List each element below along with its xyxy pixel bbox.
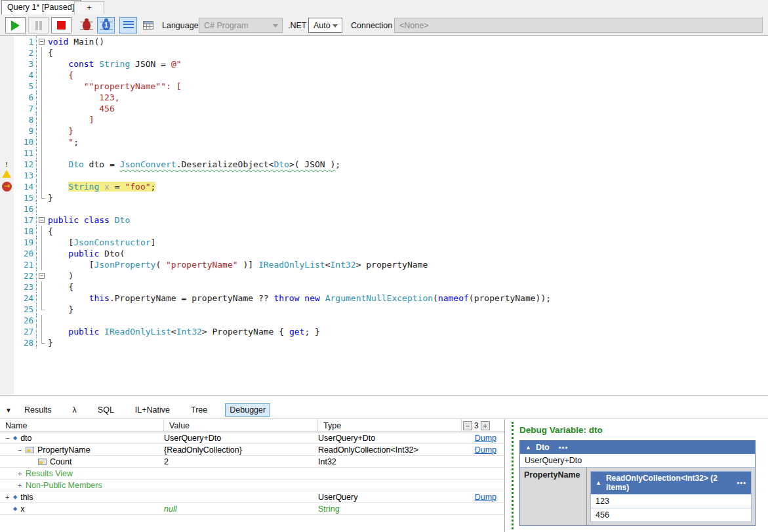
code-line[interactable]: 25 } [0,304,768,315]
gutter-icon-cell[interactable] [0,248,14,259]
tab-sql[interactable]: SQL [94,403,117,417]
run-button[interactable] [5,17,26,33]
tab-debugger[interactable]: Debugger [225,403,270,417]
code-line[interactable]: 16 [0,203,768,215]
fold-margin[interactable] [37,114,48,125]
fold-margin[interactable] [37,92,48,103]
new-query-tab[interactable]: + [74,1,104,14]
code-line[interactable]: 23 { [0,281,768,293]
fold-margin[interactable] [37,70,48,81]
break-on-first-line-button[interactable]: 1 [97,17,115,33]
debug-toggle-button[interactable] [77,17,95,33]
gutter-icon-cell[interactable] [0,304,14,315]
table-row[interactable]: +Non-Public Members [0,480,504,491]
code-line[interactable]: 9 } [0,125,768,136]
gutter-icon-cell[interactable]: → [0,181,14,192]
dump-link[interactable]: Dump [475,445,496,455]
expander-icon[interactable]: + [18,468,26,480]
dotnet-select[interactable]: Auto [308,18,342,33]
fold-margin[interactable] [37,103,48,114]
gutter-icon-cell[interactable] [0,103,14,114]
code-line[interactable]: 6 123, [0,92,768,103]
panel-splitter[interactable] [512,422,514,529]
tab-results[interactable]: Results [21,403,55,417]
nested-dump-header[interactable]: ▲ ReadOnlyCollection<Int32> (2 items) ••… [591,472,751,494]
column-header[interactable]: Value [164,419,318,432]
code-line[interactable]: →14 String x = "foo"; [0,181,768,192]
expander-icon[interactable]: + [5,491,13,503]
fold-margin[interactable] [37,248,48,259]
table-row[interactable]: Count2Int32 [0,456,504,468]
fold-margin[interactable] [37,192,48,203]
fold-margin[interactable] [37,181,48,192]
gutter-icon-cell[interactable] [0,58,14,70]
fold-collapse-icon[interactable]: − [39,39,45,45]
table-row[interactable]: −◆dtoUserQuery+DtoUserQuery+DtoDump [0,432,504,444]
gutter-icon-cell[interactable] [0,192,14,203]
fold-margin[interactable] [37,58,48,70]
gutter-icon-cell[interactable] [0,92,14,103]
gutter-icon-cell[interactable] [0,170,14,181]
code-line[interactable]: 4 { [0,70,768,81]
code-line[interactable]: 18{ [0,226,768,237]
fold-margin[interactable] [37,203,48,215]
fold-margin[interactable] [37,125,48,136]
code-line[interactable]: 13 [0,170,768,181]
gutter-icon-cell[interactable] [0,125,14,136]
expander-icon[interactable]: + [18,480,26,491]
gutter-icon-cell[interactable] [0,315,14,326]
gutter-icon-cell[interactable] [0,281,14,293]
gutter-icon-cell[interactable] [0,259,14,270]
table-row[interactable]: −PropertyName{ReadOnlyCollection}ReadOnl… [0,444,504,456]
code-line[interactable]: 28} [0,337,768,348]
fold-margin[interactable] [37,304,48,315]
column-header[interactable]: Type [318,419,462,432]
code-line[interactable]: 8 ] [0,114,768,125]
column-header[interactable]: Name [0,419,164,432]
code-line[interactable]: 17−public class Dto [0,215,768,226]
fold-collapse-icon[interactable]: − [39,273,45,279]
code-line[interactable]: 15} [0,192,768,203]
dump-header[interactable]: ▲ Dto ••• [520,441,755,454]
gutter-icon-cell[interactable] [0,326,14,337]
code-line[interactable]: 7 456 [0,103,768,114]
fold-collapse-icon[interactable]: − [39,217,45,223]
font-smaller-button[interactable]: − [463,421,472,430]
code-line[interactable]: 21 [JsonProperty( "propertyName" )] IRea… [0,259,768,270]
gutter-icon-cell[interactable] [0,136,14,148]
gutter-icon-cell[interactable] [0,215,14,226]
code-line[interactable]: !12 Dto dto = JsonConvert.DeserializeObj… [0,159,768,170]
stop-button[interactable] [51,17,71,33]
code-line[interactable]: 10 "; [0,136,768,148]
gutter-icon-cell[interactable] [0,270,14,281]
font-larger-button[interactable]: + [481,421,490,430]
fold-margin[interactable] [37,170,48,181]
dump-link[interactable]: Dump [475,493,496,502]
gutter-icon-cell[interactable] [0,237,14,248]
fold-margin[interactable] [37,81,48,92]
code-line[interactable]: 24 this.PropertyName = propertyName ?? t… [0,293,768,304]
gutter-icon-cell[interactable]: ! [0,159,14,170]
fold-margin[interactable] [37,159,48,170]
table-row[interactable]: +Results View [0,468,504,480]
gutter-icon-cell[interactable] [0,47,14,58]
gutter-icon-cell[interactable] [0,81,14,92]
fold-margin[interactable] [37,136,48,148]
gutter-icon-cell[interactable] [0,36,14,47]
dump-link[interactable]: Dump [475,434,496,443]
code-line[interactable]: 11 [0,148,768,159]
gutter-icon-cell[interactable] [0,337,14,348]
fold-margin[interactable] [37,47,48,58]
fold-margin[interactable] [37,148,48,159]
fold-margin[interactable]: − [37,215,48,226]
gutter-icon-cell[interactable] [0,70,14,81]
tab-il-native[interactable]: IL+Native [132,403,173,417]
tab--[interactable]: λ [70,403,80,417]
fold-margin[interactable] [37,326,48,337]
code-line[interactable]: 5 ""propertyName"": [ [0,81,768,92]
code-line[interactable]: 27 public IReadOnlyList<Int32> PropertyN… [0,326,768,337]
gutter-icon-cell[interactable] [0,293,14,304]
code-line[interactable]: 20 public Dto( [0,248,768,259]
code-line[interactable]: 22− ) [0,270,768,281]
gutter-icon-cell[interactable] [0,203,14,215]
